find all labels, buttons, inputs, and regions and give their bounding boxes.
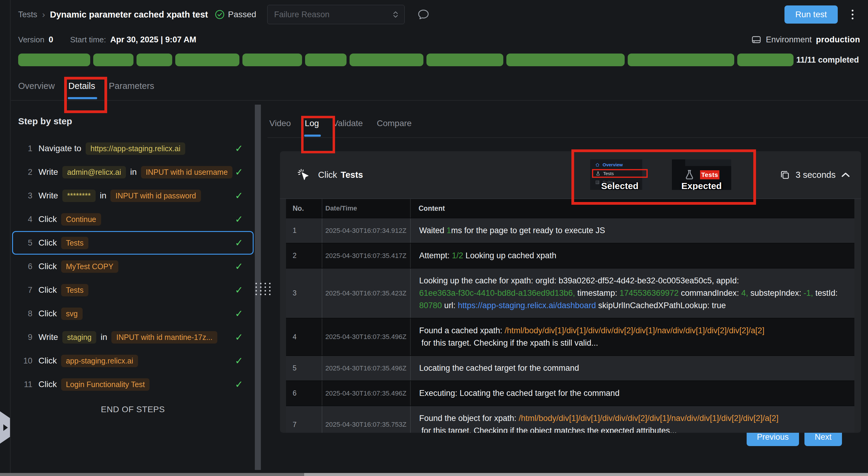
step-connector: in — [100, 332, 107, 342]
log-card: Click Tests 3 seconds No. Date/Time Cont… — [280, 151, 861, 433]
collapse-chevron-icon[interactable] — [841, 172, 850, 178]
log-text: 4, — [741, 287, 748, 299]
step-check-icon: ✓ — [235, 332, 243, 343]
horizontal-scrollbar-thumb[interactable] — [0, 473, 304, 476]
step-row-6[interactable]: 6ClickMyTest COPY✓ — [12, 254, 254, 278]
flask-icon — [684, 169, 695, 180]
left-rail — [0, 0, 10, 476]
step-check-icon: ✓ — [235, 284, 243, 296]
log-url-link[interactable]: https://app-staging.relicx.ai/dashboard — [458, 299, 596, 312]
grip-dot — [265, 283, 266, 284]
step-row-7[interactable]: 7ClickTests✓ — [12, 278, 254, 302]
grip-dot — [269, 290, 271, 292]
grip-dot — [269, 294, 271, 295]
steps-panel: Step by step 1Navigate tohttps://app-sta… — [11, 103, 255, 414]
step-row-3[interactable]: 3Write********inINPUT with id password✓ — [12, 184, 254, 207]
step-row-2[interactable]: 2Writeadmin@relicx.aiinINPUT with id use… — [12, 160, 254, 184]
step-action: Click — [38, 356, 57, 366]
thumb-menu-label: Overview — [602, 162, 623, 167]
tab-compare[interactable]: Compare — [377, 118, 412, 138]
step-connector: in — [130, 167, 137, 177]
main-tabs: Overview Details Parameters — [18, 81, 154, 100]
tab-details[interactable]: Details — [68, 81, 95, 100]
panel-resize-handle[interactable] — [255, 281, 271, 296]
step-row-5[interactable]: 5ClickTests✓ — [12, 231, 254, 254]
copy-icon[interactable] — [779, 169, 790, 180]
step-row-4[interactable]: 4ClickContinue✓ — [12, 207, 254, 231]
log-row-4: 42025-04-30T16:07:35.496ZFound a cached … — [286, 318, 855, 356]
grip-dot — [269, 283, 271, 284]
steps-heading: Step by step — [18, 116, 255, 127]
log-row-number: 7 — [286, 406, 322, 433]
step-row-1[interactable]: 1Navigate tohttps://app-staging.relicx.a… — [12, 137, 254, 160]
horizontal-scrollbar-track[interactable] — [304, 473, 868, 476]
log-text: /html/body/div[1]/div[1]/div/div/div[2]/… — [504, 325, 764, 337]
step-check-icon: ✓ — [235, 379, 243, 390]
progress-segment-1[interactable] — [18, 54, 90, 66]
step-action: Click — [38, 309, 57, 318]
log-text: Executing: Locating the cached target fo… — [419, 387, 620, 400]
page-title: Dynamic parameter cached xpath test — [50, 10, 208, 20]
progress-segment-6[interactable] — [305, 54, 346, 66]
progress-segment-3[interactable] — [136, 54, 172, 66]
expected-thumbnail-topbar — [685, 159, 731, 166]
log-row-time: 2025-04-30T16:07:35.417Z — [322, 243, 411, 268]
progress-segment-11[interactable] — [737, 54, 794, 66]
log-text: substepIndex: — [748, 287, 804, 299]
step-value-chip: staging — [62, 331, 97, 344]
step-row-10[interactable]: 10Clickapp-staging.relicx.ai✓ — [12, 349, 254, 373]
log-row-number: 2 — [286, 243, 322, 268]
environment-label: Environment — [766, 35, 812, 44]
progress-segment-10[interactable] — [628, 54, 734, 66]
log-text: Locating the cached target for the comma… — [419, 362, 579, 374]
thumb-menu-item-overview: Overview — [590, 161, 650, 169]
log-text: url: — [442, 299, 458, 312]
tab-overview[interactable]: Overview — [18, 81, 55, 100]
progress-segment-2[interactable] — [93, 54, 133, 66]
step-check-icon: ✓ — [235, 308, 243, 319]
failure-reason-placeholder: Failure Reason — [274, 10, 330, 19]
log-command-action: Click — [318, 170, 337, 180]
log-row-content: Attempt: 1/2 Looking up cached xpath — [411, 243, 855, 268]
step-action: Write — [38, 191, 58, 201]
log-row-number: 4 — [286, 318, 322, 355]
failure-reason-select[interactable]: Failure Reason — [267, 5, 405, 24]
selected-thumbnail[interactable]: OverviewTestsSuites Selected — [590, 159, 650, 190]
start-time-value: Apr 30, 2025 | 9:07 AM — [110, 35, 196, 44]
step-row-8[interactable]: 8Clicksvg✓ — [12, 302, 254, 326]
step-row-11[interactable]: 11ClickLogin Functionality Test✓ — [12, 373, 254, 396]
meta-row: Version 0 Start time: Apr 30, 2025 | 9:0… — [11, 30, 868, 49]
step-target-chip: INPUT with id mantine-17z... — [112, 331, 217, 344]
tab-log[interactable]: Log — [305, 118, 319, 138]
log-row-2: 22025-04-30T16:07:35.417ZAttempt: 1/2 Lo… — [286, 243, 855, 269]
progress-segment-4[interactable] — [175, 54, 239, 66]
expected-thumbnail[interactable]: Tests Expected — [672, 159, 731, 190]
tab-validate[interactable]: Validate — [333, 118, 363, 138]
progress-segment-5[interactable] — [242, 54, 302, 66]
grip-dot — [255, 290, 257, 292]
comment-button[interactable] — [417, 9, 430, 20]
tab-video[interactable]: Video — [269, 118, 291, 138]
step-check-icon: ✓ — [235, 213, 243, 225]
log-row-content: Found a cached xpath: /html/body/div[1]/… — [411, 318, 855, 355]
progress-segment-9[interactable] — [506, 54, 625, 66]
step-check-icon: ✓ — [235, 261, 243, 272]
more-options-button[interactable] — [850, 8, 855, 21]
environment-info: Environment production — [751, 35, 860, 44]
expected-thumbnail-row: Tests — [672, 169, 731, 180]
tab-parameters[interactable]: Parameters — [109, 81, 154, 100]
log-text: for this target. Checking if the object … — [419, 424, 677, 433]
step-row-9[interactable]: 9WritestaginginINPUT with id mantine-17z… — [12, 326, 254, 349]
status-badge: Passed — [215, 9, 256, 20]
progress-segment-8[interactable] — [427, 54, 503, 66]
log-text: ms for the page to get ready to execute … — [451, 225, 605, 237]
grip-dot — [265, 286, 266, 288]
log-text: Looking up the cache for xpath: orgId: b… — [419, 275, 741, 287]
log-row-time: 2025-04-30T16:07:35.496Z — [322, 381, 411, 406]
grip-dot — [269, 286, 271, 288]
progress-segment-7[interactable] — [349, 54, 424, 66]
run-test-button[interactable]: Run test — [784, 5, 838, 24]
log-row-content: Looking up the cache for xpath: orgId: b… — [411, 269, 855, 318]
breadcrumb-tests-link[interactable]: Tests — [18, 10, 37, 19]
log-card-header: Click Tests 3 seconds — [280, 151, 861, 199]
